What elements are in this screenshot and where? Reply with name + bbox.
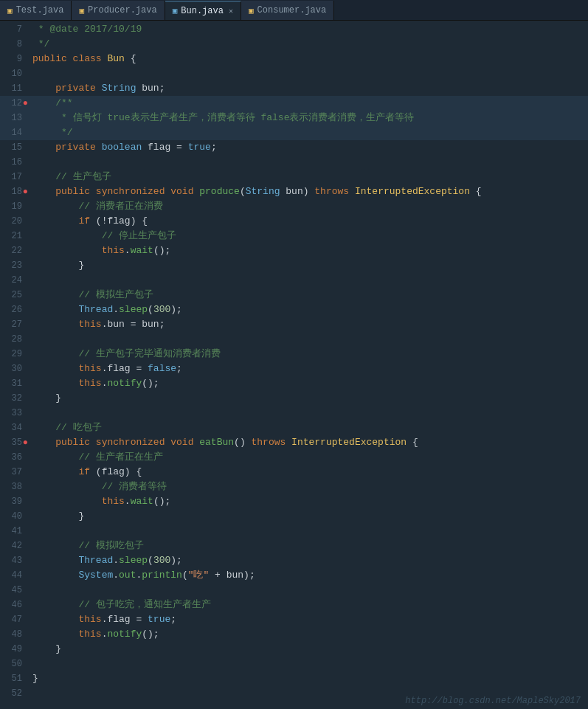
code-line-20: 20 if (!flag) { (0, 214, 588, 229)
code-line-41: 41 (0, 524, 588, 539)
code-line-49: 49 } (0, 642, 588, 657)
line-num-52: 52 (0, 686, 28, 701)
line-num-25: 25 (0, 288, 28, 302)
line-code-42: // 模拟吃包子 (28, 539, 588, 553)
code-line-27: 27 this.bun = bun; (0, 317, 588, 332)
line-num-39: 39 (0, 494, 28, 509)
code-line-16: 16 (0, 155, 588, 170)
line-code-40: } (28, 509, 588, 524)
line-code-13: * 信号灯 true表示生产者生产，消费者等待 false表示消费者消费，生产者… (28, 111, 588, 125)
line-num-11: 11 (0, 81, 28, 96)
tab-label-test: Test.java (16, 5, 64, 15)
line-num-24: 24 (0, 273, 28, 288)
line-num-22: 22 (0, 243, 28, 258)
tab-icon-consumer: ▣ (249, 6, 254, 15)
line-num-41: 41 (0, 524, 28, 539)
code-line-8: 8 */ (0, 37, 588, 52)
code-line-51: 51 } (0, 671, 588, 686)
line-code-28 (28, 332, 588, 347)
tab-producer-java[interactable]: ▣ Producer.java (72, 1, 165, 20)
code-line-47: 47 this.flag = true; (0, 612, 588, 627)
line-num-16: 16 (0, 155, 28, 170)
code-line-40: 40 } (0, 509, 588, 524)
code-line-29: 29 // 生产包子完毕通知消费者消费 (0, 347, 588, 362)
code-line-9: 9 public class Bun { (0, 52, 588, 66)
line-num-18: 18 (0, 184, 28, 199)
line-num-17: 17 (0, 170, 28, 184)
line-code-16 (28, 155, 588, 170)
line-code-8: */ (28, 37, 588, 52)
line-num-32: 32 (0, 391, 28, 406)
line-code-20: if (!flag) { (28, 214, 588, 229)
line-num-43: 43 (0, 553, 28, 568)
code-line-17: 17 // 生产包子 (0, 170, 588, 184)
line-code-50 (28, 657, 588, 671)
line-code-14: */ (28, 125, 588, 140)
code-line-37: 37 if (flag) { (0, 465, 588, 480)
code-line-50: 50 (0, 657, 588, 671)
line-code-32: } (28, 391, 588, 406)
tab-label-producer: Producer.java (88, 5, 157, 15)
line-num-42: 42 (0, 539, 28, 553)
line-num-10: 10 (0, 66, 28, 81)
code-line-42: 42 // 模拟吃包子 (0, 539, 588, 553)
code-line-25: 25 // 模拟生产包子 (0, 288, 588, 302)
line-num-31: 31 (0, 376, 28, 391)
line-num-30: 30 (0, 362, 28, 376)
line-code-23: } (28, 258, 588, 273)
tab-test-java[interactable]: ▣ Test.java (0, 1, 72, 20)
line-num-34: 34 (0, 421, 28, 435)
code-line-33: 33 (0, 406, 588, 421)
code-line-15: 15 private boolean flag = true; (0, 140, 588, 155)
code-line-31: 31 this.notify(); (0, 376, 588, 391)
line-num-14: 14 (0, 125, 28, 140)
code-line-18: 18 public synchronized void produce(Stri… (0, 184, 588, 199)
line-code-12: /** (28, 96, 588, 111)
code-line-48: 48 this.notify(); (0, 627, 588, 642)
line-num-15: 15 (0, 140, 28, 155)
code-line-19: 19 // 消费者正在消费 (0, 199, 588, 214)
line-code-37: if (flag) { (28, 465, 588, 480)
line-code-41 (28, 524, 588, 539)
line-code-29: // 生产包子完毕通知消费者消费 (28, 347, 588, 362)
line-code-46: // 包子吃完，通知生产者生产 (28, 598, 588, 612)
line-code-45 (28, 583, 588, 598)
line-code-34: // 吃包子 (28, 421, 588, 435)
line-code-47: this.flag = true; (28, 612, 588, 627)
code-line-28: 28 (0, 332, 588, 347)
line-code-30: this.flag = false; (28, 362, 588, 376)
code-line-12: 12 /** (0, 96, 588, 111)
line-code-31: this.notify(); (28, 376, 588, 391)
code-editor: 7 * @date 2017/10/19 8 */ 9 public class… (0, 21, 588, 701)
tab-close-bun[interactable]: ✕ (229, 7, 233, 15)
line-code-9: public class Bun { (28, 52, 588, 66)
code-line-13: 13 * 信号灯 true表示生产者生产，消费者等待 false表示消费者消费，… (0, 111, 588, 125)
tab-icon-producer: ▣ (79, 6, 84, 15)
line-num-33: 33 (0, 406, 28, 421)
tab-icon-bun: ▣ (173, 6, 178, 15)
tab-label-consumer: Consumer.java (257, 5, 327, 15)
code-line-46: 46 // 包子吃完，通知生产者生产 (0, 598, 588, 612)
line-num-9: 9 (0, 52, 28, 66)
code-line-22: 22 this.wait(); (0, 243, 588, 258)
line-code-48: this.notify(); (28, 627, 588, 642)
line-code-17: // 生产包子 (28, 170, 588, 184)
line-code-36: // 生产者正在生产 (28, 450, 588, 465)
line-num-36: 36 (0, 450, 28, 465)
line-code-11: private String bun; (28, 81, 588, 96)
line-num-19: 19 (0, 199, 28, 214)
code-line-10: 10 (0, 66, 588, 81)
line-num-46: 46 (0, 598, 28, 612)
line-code-18: public synchronized void produce(String … (28, 184, 588, 199)
line-num-49: 49 (0, 642, 28, 657)
line-num-29: 29 (0, 347, 28, 362)
line-num-48: 48 (0, 627, 28, 642)
tab-bun-java[interactable]: ▣ Bun.java ✕ (165, 1, 241, 20)
code-line-35: 35 public synchronized void eatBun() thr… (0, 435, 588, 450)
line-code-39: this.wait(); (28, 494, 588, 509)
code-line-36: 36 // 生产者正在生产 (0, 450, 588, 465)
code-line-45: 45 (0, 583, 588, 598)
line-num-13: 13 (0, 111, 28, 125)
tab-consumer-java[interactable]: ▣ Consumer.java (241, 1, 334, 20)
line-num-8: 8 (0, 37, 28, 52)
